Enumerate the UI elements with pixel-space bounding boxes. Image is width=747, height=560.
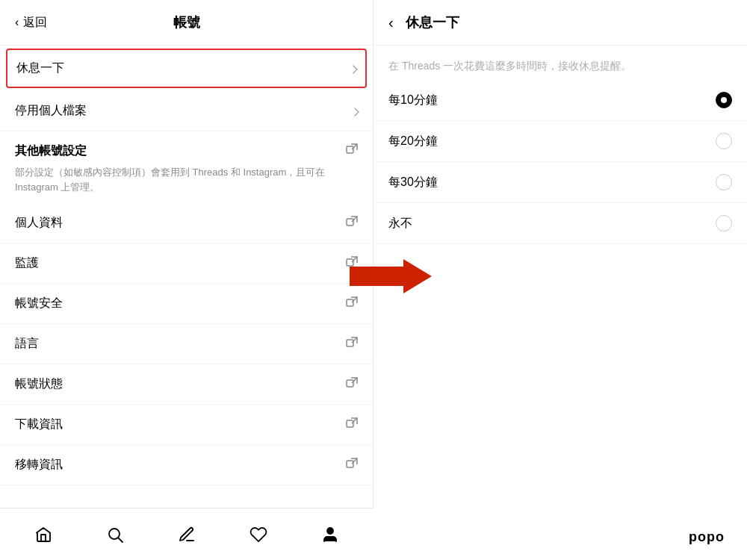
svg-rect-8 [347, 340, 353, 346]
external-link-icon-personal [346, 216, 358, 231]
menu-item-account-security[interactable]: 帳號安全 [0, 284, 373, 324]
svg-rect-6 [347, 299, 353, 306]
radio-circle-20min [716, 133, 732, 149]
radio-label-20min: 每20分鐘 [388, 134, 438, 149]
menu-item-personal-info[interactable]: 個人資料 [0, 203, 373, 243]
radio-item-20min[interactable]: 每20分鐘 [374, 121, 747, 162]
menu-item-supervision[interactable]: 監護 [0, 243, 373, 284]
right-back-button[interactable]: ‹ [388, 14, 394, 31]
menu-item-account-status[interactable]: 帳號狀態 [0, 364, 373, 405]
nav-profile[interactable] [315, 520, 345, 550]
menu-item-other-settings[interactable]: 其他帳號設定 [0, 131, 373, 162]
right-header: ‹ 休息一下 [374, 0, 747, 46]
menu-item-account-status-label: 帳號狀態 [15, 376, 63, 392]
nav-home[interactable] [28, 520, 58, 550]
external-link-icon-language [346, 337, 358, 352]
svg-rect-10 [347, 380, 353, 387]
external-link-icon-security [346, 296, 358, 311]
red-arrow [350, 258, 432, 295]
menu-item-account-security-label: 帳號安全 [15, 296, 63, 311]
menu-item-disable-profile[interactable]: 停用個人檔案 [0, 91, 373, 131]
menu-item-personal-info-label: 個人資料 [15, 215, 63, 231]
menu-item-download-info[interactable]: 下載資訊 [0, 405, 373, 445]
nav-heart[interactable] [244, 520, 273, 550]
radio-circle-30min [716, 174, 732, 190]
svg-rect-12 [347, 420, 353, 427]
left-menu-wrapper: 休息一下 停用個人檔案 其他帳號設定 [0, 46, 373, 560]
radio-item-30min[interactable]: 每30分鐘 [374, 162, 747, 203]
radio-label-30min: 每30分鐘 [388, 175, 438, 190]
menu-item-language-label: 語言 [15, 336, 39, 352]
bottom-nav [0, 508, 374, 560]
external-link-icon-transfer [346, 458, 358, 473]
radio-label-10min: 每10分鐘 [388, 93, 438, 108]
left-header-title: 帳號 [173, 13, 200, 31]
menu-item-download-info-label: 下載資訊 [15, 417, 63, 432]
menu-item-take-break[interactable]: 休息一下 [6, 49, 367, 88]
radio-circle-10min [716, 92, 732, 108]
back-label: 返回 [23, 15, 47, 31]
menu-item-transfer-info-label: 移轉資訊 [15, 457, 63, 473]
svg-marker-19 [350, 259, 432, 293]
menu-item-supervision-label: 監護 [15, 255, 39, 271]
menu-item-disable-profile-label: 停用個人檔案 [15, 103, 87, 119]
svg-rect-2 [347, 219, 353, 225]
right-content: 在 Threads 一次花費這麼多時間時，接收休息提醒。 每10分鐘 每20分鐘… [374, 46, 747, 560]
nav-compose[interactable] [172, 520, 202, 550]
svg-rect-14 [347, 461, 353, 467]
chevron-right-icon-2 [352, 105, 358, 117]
nav-search[interactable] [100, 520, 130, 550]
svg-point-18 [327, 528, 333, 534]
menu-item-transfer-info[interactable]: 移轉資訊 [0, 445, 373, 485]
menu-item-language[interactable]: 語言 [0, 324, 373, 364]
right-description: 在 Threads 一次花費這麼多時間時，接收休息提醒。 [374, 46, 747, 80]
radio-item-never[interactable]: 永不 [374, 203, 747, 244]
external-link-icon-other [346, 143, 358, 158]
menu-item-take-break-label: 休息一下 [16, 60, 64, 76]
right-header-title: 休息一下 [406, 13, 459, 31]
popo-brand: popo [689, 529, 725, 545]
radio-circle-never [716, 215, 732, 231]
radio-label-never: 永不 [388, 216, 412, 231]
chevron-right-icon [350, 63, 356, 75]
other-settings-title: 其他帳號設定 [15, 143, 87, 159]
left-header: ‹ 返回 帳號 [0, 0, 373, 46]
svg-rect-0 [347, 146, 353, 153]
radio-item-10min[interactable]: 每10分鐘 [374, 80, 747, 121]
svg-line-17 [119, 538, 123, 542]
external-link-icon-download [346, 417, 358, 432]
back-button[interactable]: ‹ 返回 [15, 15, 47, 31]
other-settings-desc: 部分設定（如敏感內容控制項）會套用到 Threads 和 Instagram，且… [0, 162, 373, 203]
back-chevron: ‹ [15, 16, 19, 29]
left-panel: ‹ 返回 帳號 休息一下 停用個人檔案 其他帳號設定 [0, 0, 374, 560]
external-link-icon-status [346, 377, 358, 392]
